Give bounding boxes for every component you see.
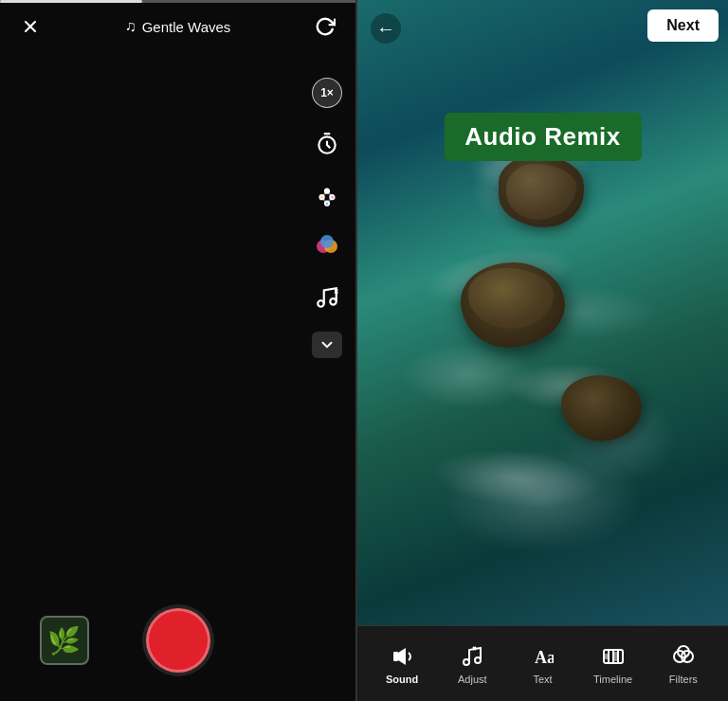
bottom-controls: 🌿: [0, 608, 355, 673]
music-track[interactable]: ♫ Gentle Waves: [125, 18, 231, 35]
timeline-label: Timeline: [593, 674, 632, 685]
text-icon: Aa: [529, 643, 555, 670]
svg-point-15: [330, 298, 337, 305]
media-thumbnail[interactable]: 🌿: [40, 616, 89, 665]
svg-point-14: [318, 300, 324, 307]
top-bar: ♫ Gentle Waves: [0, 0, 355, 53]
video-preview: Audio Remix ← Next: [357, 0, 728, 625]
adjust-label: Adjust: [458, 674, 487, 685]
left-panel: ♫ Gentle Waves 1×: [0, 0, 355, 701]
timer-button[interactable]: [310, 127, 344, 161]
svg-rect-29: [613, 652, 618, 661]
thumbnail-image: 🌿: [47, 625, 81, 656]
svg-point-19: [464, 659, 469, 665]
filters-label: Filters: [669, 674, 698, 685]
expand-button[interactable]: [312, 332, 342, 358]
sound-icon: [389, 643, 415, 670]
toolbar-adjust[interactable]: Adjust: [444, 643, 500, 685]
toolbar-filters[interactable]: Filters: [655, 643, 712, 685]
toolbar-timeline[interactable]: Timeline: [585, 643, 642, 685]
enhance-button[interactable]: [310, 178, 344, 212]
bottom-toolbar: Sound Adjust Aa Text: [357, 625, 728, 701]
speed-button[interactable]: 1×: [310, 76, 344, 110]
speed-badge: 1×: [312, 78, 342, 108]
svg-point-13: [320, 235, 334, 248]
svg-point-20: [475, 657, 481, 663]
track-name: Gentle Waves: [142, 19, 231, 35]
sound-label: Sound: [386, 674, 418, 685]
right-icons: 1×: [310, 76, 344, 358]
toolbar-text[interactable]: Aa Text: [514, 643, 571, 685]
rock-1: [499, 156, 584, 227]
audio-cut-button[interactable]: [310, 280, 344, 315]
svg-text:Aa: Aa: [535, 648, 554, 667]
back-button[interactable]: ←: [371, 13, 401, 44]
filters-icon: [670, 643, 697, 670]
adjust-icon: [459, 643, 485, 670]
rocks-container: [357, 0, 728, 625]
toolbar-sound[interactable]: Sound: [373, 643, 430, 685]
refresh-button[interactable]: [310, 11, 340, 42]
svg-rect-28: [604, 654, 609, 659]
text-label: Text: [533, 674, 552, 685]
svg-rect-18: [393, 652, 398, 661]
close-button[interactable]: [15, 11, 46, 42]
next-button[interactable]: Next: [647, 9, 719, 42]
timeline-icon: [600, 643, 627, 670]
record-button[interactable]: [146, 608, 210, 673]
music-note-icon: ♫: [125, 18, 136, 35]
spacer: [267, 616, 317, 665]
right-panel: Audio Remix ← Next Sound: [357, 0, 728, 701]
color-button[interactable]: [310, 229, 344, 263]
audio-remix-banner: Audio Remix: [444, 113, 641, 161]
